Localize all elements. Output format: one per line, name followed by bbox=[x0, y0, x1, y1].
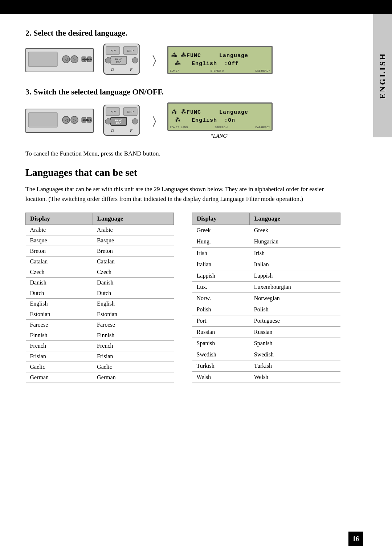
svg-text:F: F bbox=[130, 67, 132, 72]
svg-text:◀◀: ◀◀ bbox=[82, 57, 87, 61]
table1-display-cell: English bbox=[26, 299, 93, 309]
table2-language-cell: Irish bbox=[250, 247, 340, 259]
lcd-1-indicator-left: EON 17 bbox=[170, 69, 179, 72]
section-heading: Languages that can be set bbox=[25, 167, 340, 178]
svg-rect-1 bbox=[28, 52, 57, 66]
svg-text:D: D bbox=[111, 67, 114, 72]
table-row: CzechCzech bbox=[26, 267, 174, 278]
table2-display-cell: Spanish bbox=[192, 338, 250, 349]
table-row: GaelicGaelic bbox=[26, 362, 174, 372]
svg-rect-23 bbox=[28, 113, 57, 127]
table2-language-cell: Welsh bbox=[250, 372, 340, 383]
table1-language-cell: Dutch bbox=[93, 288, 173, 299]
lcd-display-2-container: ⁂ ⁂FUNC Language ⁂ English :On EON 17 LA… bbox=[167, 102, 273, 139]
table2-display-cell: Greek bbox=[192, 225, 250, 236]
lcd-1-indicator-right: DAB READY bbox=[256, 69, 270, 72]
table2-header-language: Language bbox=[250, 213, 340, 225]
table2-language-cell: Hungarian bbox=[250, 236, 340, 247]
table1-display-cell: Arabic bbox=[26, 225, 93, 235]
lcd-2-indicator-left: EON 17 LANG bbox=[170, 126, 188, 129]
table1-display-cell: Gaelic bbox=[26, 362, 93, 372]
table2-display-cell: Norw. bbox=[192, 292, 250, 304]
arrow-right-1: 〉 bbox=[152, 53, 156, 67]
cancel-text: To cancel the Function Menu, press the B… bbox=[25, 150, 340, 157]
table2-language-cell: Turkish bbox=[250, 360, 340, 372]
svg-point-40 bbox=[105, 118, 111, 124]
table1-display-cell: French bbox=[26, 341, 93, 351]
lcd-display-1: ⁂ ⁂FUNC Language ⁂ English :Off EON 17 S… bbox=[167, 46, 273, 74]
table-row: RussianRussian bbox=[192, 326, 340, 338]
lcd-1-line1: ⁂ ⁂FUNC Language bbox=[171, 52, 248, 60]
step-2: 2. Select the desired language. ◁ ▷ ◀◀ ▶… bbox=[25, 28, 340, 76]
svg-text:F: F bbox=[130, 128, 132, 133]
table1-language-cell: Frisian bbox=[93, 351, 173, 362]
table-row: LappishLappish bbox=[192, 270, 340, 281]
lcd-2-line2: ⁂ English :On bbox=[171, 117, 235, 125]
svg-point-18 bbox=[105, 57, 111, 63]
lcd-display-2: ⁂ ⁂FUNC Language ⁂ English :On EON 17 LA… bbox=[167, 102, 273, 131]
lcd-2-indicator-right: DAB READY bbox=[256, 126, 270, 129]
table1-header-language: Language bbox=[93, 213, 173, 225]
english-tab: ENGLISH bbox=[373, 14, 392, 137]
table-row: WelshWelsh bbox=[192, 372, 340, 383]
table2-language-cell: Luxembourgian bbox=[250, 281, 340, 292]
svg-point-41 bbox=[132, 118, 138, 124]
table2-display-cell: Welsh bbox=[192, 372, 250, 383]
table1-language-cell: Danish bbox=[93, 278, 173, 288]
step-3: 3. Switch the selected language ON/OFF. … bbox=[25, 87, 340, 139]
table1-language-cell: Breton bbox=[93, 246, 173, 257]
device-front-panel-1: ◁ ▷ ◀◀ ▶▶ bbox=[25, 47, 94, 74]
table-row: EstonianEstonian bbox=[26, 309, 174, 320]
table1-language-cell: Catalan bbox=[93, 257, 173, 267]
table1-language-cell: Estonian bbox=[93, 309, 173, 320]
table2-display-cell: Port. bbox=[192, 315, 250, 326]
svg-text:DSP: DSP bbox=[127, 49, 134, 53]
svg-text:▶▶: ▶▶ bbox=[87, 57, 92, 61]
table1-display-cell: Basque bbox=[26, 235, 93, 246]
table1-header-display: Display bbox=[26, 213, 93, 225]
device-front-panel-2: ◁ ▷ ◀◀ ▶▶ bbox=[25, 107, 94, 134]
main-content: 2. Select the desired language. ◁ ▷ ◀◀ ▶… bbox=[0, 14, 373, 398]
table1-display-cell: Finnish bbox=[26, 330, 93, 341]
table2-language-cell: Portuguese bbox=[250, 315, 340, 326]
table2-display-cell: Lux. bbox=[192, 281, 250, 292]
table-row: CatalanCatalan bbox=[26, 257, 174, 267]
table1-display-cell: Catalan bbox=[26, 257, 93, 267]
table1-language-cell: German bbox=[93, 372, 173, 383]
table-row: DutchDutch bbox=[26, 288, 174, 299]
device-remote-1: PTY DSP BAND ESC D F bbox=[102, 44, 142, 76]
table-row: FrisianFrisian bbox=[26, 351, 174, 362]
svg-text:PTY: PTY bbox=[110, 49, 116, 53]
lang-label: "LANG" bbox=[211, 133, 229, 139]
table-row: EnglishEnglish bbox=[26, 299, 174, 309]
english-tab-label: ENGLISH bbox=[378, 52, 387, 99]
table1-language-cell: English bbox=[93, 299, 173, 309]
table1-language-cell: French bbox=[93, 341, 173, 351]
svg-text:▷: ▷ bbox=[73, 118, 76, 122]
table2-language-cell: Swedish bbox=[250, 349, 340, 360]
table2-language-cell: Russian bbox=[250, 326, 340, 338]
svg-text:ESC: ESC bbox=[116, 61, 121, 64]
table-row: ItalianItalian bbox=[192, 259, 340, 270]
arrow-right-2: 〉 bbox=[152, 114, 156, 128]
table2-language-cell: Greek bbox=[250, 225, 340, 236]
svg-point-19 bbox=[132, 57, 138, 63]
table-row: GreekGreek bbox=[192, 225, 340, 236]
table-row: BretonBreton bbox=[26, 246, 174, 257]
table-row: Hung.Hungarian bbox=[192, 236, 340, 247]
table1-language-cell: Gaelic bbox=[93, 362, 173, 372]
svg-text:PTY: PTY bbox=[110, 110, 116, 114]
table2-display-cell: Turkish bbox=[192, 360, 250, 372]
step-2-images: ◁ ▷ ◀◀ ▶▶ PTY DSP BAND ESC bbox=[25, 44, 340, 76]
table1-language-cell: Finnish bbox=[93, 330, 173, 341]
table-row: ArabicArabic bbox=[26, 225, 174, 235]
svg-text:DSP: DSP bbox=[127, 110, 134, 114]
device-remote-2: PTY DSP BAND ESC D F bbox=[102, 105, 142, 137]
table-row: DanishDanish bbox=[26, 278, 174, 288]
table1-language-cell: Basque bbox=[93, 235, 173, 246]
table-row: FaroeseFaroese bbox=[26, 320, 174, 330]
svg-text:BAND: BAND bbox=[115, 119, 122, 122]
table2-language-cell: Norwegian bbox=[250, 292, 340, 304]
table1-display-cell: Faroese bbox=[26, 320, 93, 330]
svg-text:◁: ◁ bbox=[65, 57, 68, 61]
